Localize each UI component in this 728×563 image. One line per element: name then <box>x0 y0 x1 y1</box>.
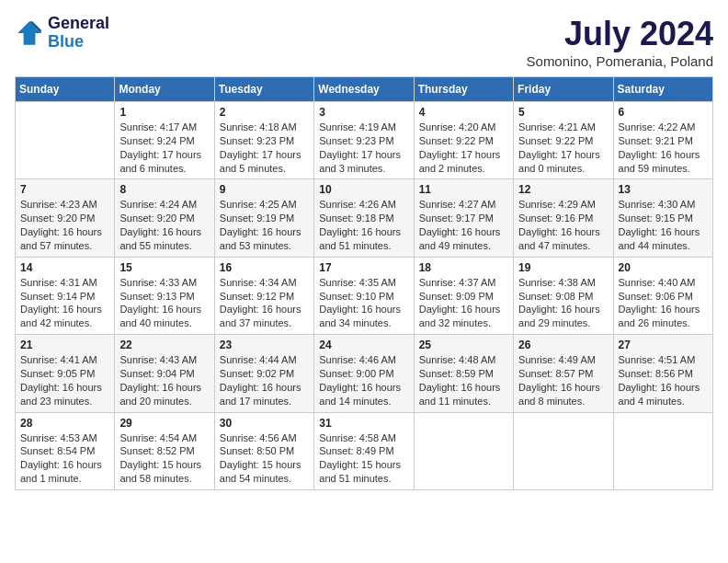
calendar-header-cell: Thursday <box>414 77 513 102</box>
svg-marker-0 <box>17 21 41 45</box>
day-number: 31 <box>319 417 408 430</box>
calendar-day-cell: 30Sunrise: 4:56 AMSunset: 8:50 PMDayligh… <box>214 412 313 489</box>
calendar-day-cell: 6Sunrise: 4:22 AMSunset: 9:21 PMDaylight… <box>613 102 712 179</box>
calendar-week-row: 21Sunrise: 4:41 AMSunset: 9:05 PMDayligh… <box>16 335 713 412</box>
day-info: Sunrise: 4:58 AMSunset: 8:49 PMDaylight:… <box>319 431 408 486</box>
day-info: Sunrise: 4:33 AMSunset: 9:13 PMDaylight:… <box>119 276 209 330</box>
calendar-day-cell: 11Sunrise: 4:27 AMSunset: 9:17 PMDayligh… <box>414 179 513 257</box>
day-info: Sunrise: 4:34 AMSunset: 9:12 PMDaylight:… <box>220 276 309 330</box>
day-number: 13 <box>619 183 708 196</box>
day-number: 16 <box>220 261 309 274</box>
calendar-table: SundayMondayTuesdayWednesdayThursdayFrid… <box>15 76 713 490</box>
logo-text: General Blue <box>48 15 109 52</box>
day-info: Sunrise: 4:24 AMSunset: 9:20 PMDaylight:… <box>119 198 209 252</box>
day-info: Sunrise: 4:29 AMSunset: 9:16 PMDaylight:… <box>518 198 608 252</box>
day-number: 3 <box>319 106 408 119</box>
calendar-week-row: 28Sunrise: 4:53 AMSunset: 8:54 PMDayligh… <box>16 412 713 489</box>
day-info: Sunrise: 4:46 AMSunset: 9:00 PMDaylight:… <box>319 353 408 408</box>
day-info: Sunrise: 4:37 AMSunset: 9:09 PMDaylight:… <box>419 276 508 330</box>
day-number: 12 <box>518 183 608 196</box>
calendar-day-cell: 4Sunrise: 4:20 AMSunset: 9:22 PMDaylight… <box>414 102 513 179</box>
calendar-day-cell: 5Sunrise: 4:21 AMSunset: 9:22 PMDaylight… <box>514 102 613 179</box>
day-info: Sunrise: 4:44 AMSunset: 9:02 PMDaylight:… <box>220 353 309 408</box>
day-number: 8 <box>119 183 209 196</box>
calendar-header: SundayMondayTuesdayWednesdayThursdayFrid… <box>16 77 713 102</box>
calendar-day-cell: 17Sunrise: 4:35 AMSunset: 9:10 PMDayligh… <box>314 257 414 334</box>
calendar-header-cell: Wednesday <box>314 77 414 102</box>
calendar-day-cell: 19Sunrise: 4:38 AMSunset: 9:08 PMDayligh… <box>514 257 613 334</box>
calendar-header-cell: Monday <box>115 77 214 102</box>
day-number: 5 <box>518 106 608 119</box>
main-title: July 2024 <box>527 15 713 53</box>
day-number: 24 <box>319 339 408 351</box>
day-info: Sunrise: 4:43 AMSunset: 9:04 PMDaylight:… <box>119 353 209 408</box>
day-info: Sunrise: 4:40 AMSunset: 9:06 PMDaylight:… <box>619 276 708 330</box>
calendar-day-cell: 7Sunrise: 4:23 AMSunset: 9:20 PMDaylight… <box>16 179 115 257</box>
day-info: Sunrise: 4:27 AMSunset: 9:17 PMDaylight:… <box>419 198 508 252</box>
day-number: 29 <box>119 417 209 430</box>
day-number: 2 <box>220 106 309 119</box>
calendar-day-cell: 24Sunrise: 4:46 AMSunset: 9:00 PMDayligh… <box>314 335 414 412</box>
day-number: 9 <box>220 183 309 196</box>
calendar-day-cell <box>613 412 712 489</box>
subtitle: Somonino, Pomerania, Poland <box>527 53 713 69</box>
calendar-day-cell: 15Sunrise: 4:33 AMSunset: 9:13 PMDayligh… <box>115 257 214 334</box>
calendar-day-cell <box>16 102 115 179</box>
day-info: Sunrise: 4:25 AMSunset: 9:19 PMDaylight:… <box>220 198 309 252</box>
calendar-day-cell: 28Sunrise: 4:53 AMSunset: 8:54 PMDayligh… <box>16 412 115 489</box>
calendar-day-cell <box>514 412 613 489</box>
day-number: 1 <box>119 106 209 119</box>
calendar-day-cell: 27Sunrise: 4:51 AMSunset: 8:56 PMDayligh… <box>613 335 712 412</box>
calendar-day-cell: 22Sunrise: 4:43 AMSunset: 9:04 PMDayligh… <box>115 335 214 412</box>
calendar-day-cell: 13Sunrise: 4:30 AMSunset: 9:15 PMDayligh… <box>613 179 712 257</box>
day-number: 19 <box>518 261 608 274</box>
day-info: Sunrise: 4:31 AMSunset: 9:14 PMDaylight:… <box>20 276 109 330</box>
calendar-day-cell: 12Sunrise: 4:29 AMSunset: 9:16 PMDayligh… <box>514 179 613 257</box>
day-info: Sunrise: 4:21 AMSunset: 9:22 PMDaylight:… <box>518 121 608 175</box>
day-number: 25 <box>419 339 508 351</box>
day-info: Sunrise: 4:56 AMSunset: 8:50 PMDaylight:… <box>220 431 309 486</box>
day-info: Sunrise: 4:38 AMSunset: 9:08 PMDaylight:… <box>518 276 608 330</box>
title-block: July 2024 Somonino, Pomerania, Poland <box>527 15 713 69</box>
calendar-body: 1Sunrise: 4:17 AMSunset: 9:24 PMDaylight… <box>16 102 713 490</box>
calendar-day-cell: 18Sunrise: 4:37 AMSunset: 9:09 PMDayligh… <box>414 257 513 334</box>
calendar-day-cell: 25Sunrise: 4:48 AMSunset: 8:59 PMDayligh… <box>414 335 513 412</box>
calendar-header-cell: Saturday <box>613 77 712 102</box>
day-info: Sunrise: 4:22 AMSunset: 9:21 PMDaylight:… <box>619 121 708 175</box>
calendar-day-cell: 21Sunrise: 4:41 AMSunset: 9:05 PMDayligh… <box>16 335 115 412</box>
day-info: Sunrise: 4:41 AMSunset: 9:05 PMDaylight:… <box>20 353 109 408</box>
day-number: 20 <box>619 261 708 274</box>
day-number: 6 <box>619 106 708 119</box>
calendar-header-cell: Sunday <box>16 77 115 102</box>
calendar-day-cell: 20Sunrise: 4:40 AMSunset: 9:06 PMDayligh… <box>613 257 712 334</box>
calendar-header-cell: Tuesday <box>214 77 313 102</box>
day-number: 18 <box>419 261 508 274</box>
day-info: Sunrise: 4:26 AMSunset: 9:18 PMDaylight:… <box>319 198 408 252</box>
day-number: 30 <box>220 417 309 430</box>
day-info: Sunrise: 4:35 AMSunset: 9:10 PMDaylight:… <box>319 276 408 330</box>
day-number: 21 <box>20 339 109 351</box>
calendar-week-row: 7Sunrise: 4:23 AMSunset: 9:20 PMDaylight… <box>16 179 713 257</box>
calendar-day-cell: 2Sunrise: 4:18 AMSunset: 9:23 PMDaylight… <box>214 102 313 179</box>
day-info: Sunrise: 4:23 AMSunset: 9:20 PMDaylight:… <box>20 198 109 252</box>
calendar-day-cell: 23Sunrise: 4:44 AMSunset: 9:02 PMDayligh… <box>214 335 313 412</box>
day-info: Sunrise: 4:49 AMSunset: 8:57 PMDaylight:… <box>518 353 608 408</box>
day-info: Sunrise: 4:30 AMSunset: 9:15 PMDaylight:… <box>619 198 708 252</box>
day-number: 14 <box>20 261 109 274</box>
calendar-day-cell: 9Sunrise: 4:25 AMSunset: 9:19 PMDaylight… <box>214 179 313 257</box>
calendar-day-cell: 1Sunrise: 4:17 AMSunset: 9:24 PMDaylight… <box>115 102 214 179</box>
calendar-day-cell: 26Sunrise: 4:49 AMSunset: 8:57 PMDayligh… <box>514 335 613 412</box>
calendar-day-cell <box>414 412 513 489</box>
calendar-day-cell: 29Sunrise: 4:54 AMSunset: 8:52 PMDayligh… <box>115 412 214 489</box>
calendar-day-cell: 31Sunrise: 4:58 AMSunset: 8:49 PMDayligh… <box>314 412 414 489</box>
calendar-week-row: 14Sunrise: 4:31 AMSunset: 9:14 PMDayligh… <box>16 257 713 334</box>
day-info: Sunrise: 4:18 AMSunset: 9:23 PMDaylight:… <box>220 121 309 175</box>
day-info: Sunrise: 4:54 AMSunset: 8:52 PMDaylight:… <box>119 431 209 486</box>
day-number: 26 <box>518 339 608 351</box>
page-header: General Blue July 2024 Somonino, Pomeran… <box>15 15 713 69</box>
calendar-day-cell: 16Sunrise: 4:34 AMSunset: 9:12 PMDayligh… <box>214 257 313 334</box>
logo-icon <box>15 18 44 48</box>
day-number: 10 <box>319 183 408 196</box>
calendar-day-cell: 3Sunrise: 4:19 AMSunset: 9:23 PMDaylight… <box>314 102 414 179</box>
day-number: 22 <box>119 339 209 351</box>
